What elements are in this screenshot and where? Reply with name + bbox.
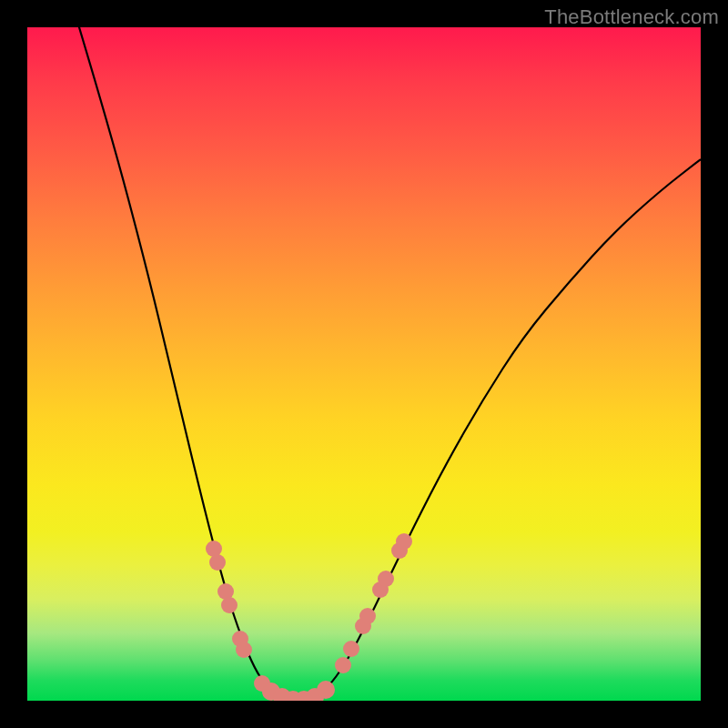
watermark-text: TheBottleneck.com: [544, 5, 719, 29]
marker-group: [206, 533, 412, 701]
chart-svg: [27, 27, 701, 701]
data-marker: [317, 681, 335, 699]
data-marker: [343, 641, 359, 657]
curve-left: [76, 27, 291, 700]
plot-area: [27, 27, 701, 701]
chart-canvas: TheBottleneck.com: [0, 0, 728, 728]
data-marker: [335, 657, 351, 673]
data-marker: [221, 597, 238, 613]
data-marker: [236, 642, 252, 658]
data-marker: [396, 533, 412, 550]
data-marker: [378, 571, 394, 587]
data-marker: [359, 608, 376, 624]
data-marker: [209, 554, 226, 571]
